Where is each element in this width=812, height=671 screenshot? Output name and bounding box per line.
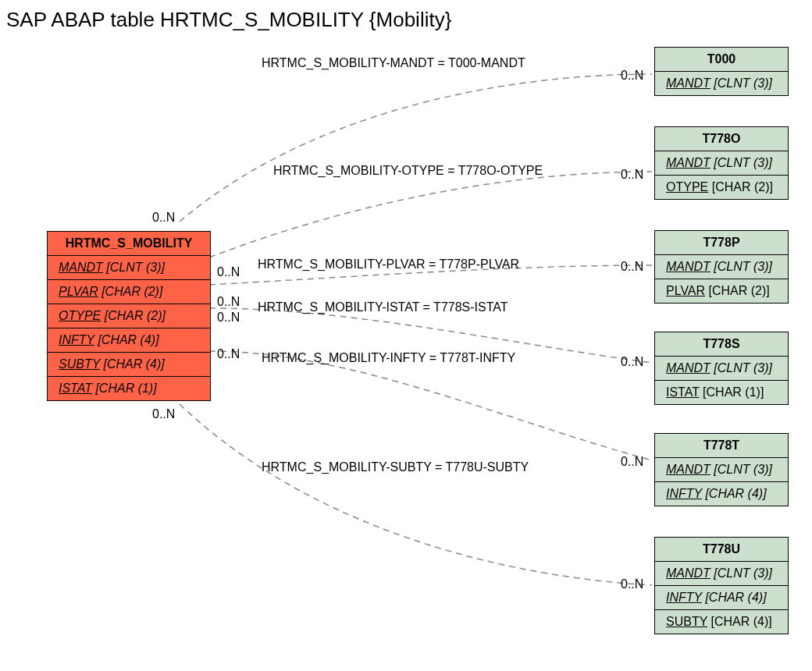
edge-otype: [209, 172, 652, 257]
entity-t000-header: T000: [655, 48, 788, 72]
card-t778o: 0..N: [621, 168, 643, 182]
card-t000: 0..N: [621, 69, 643, 83]
field-istat: ISTAT [CHAR (1)]: [48, 377, 210, 400]
t778o-otype: OTYPE [CHAR (2)]: [655, 176, 788, 199]
entity-t778o-header: T778O: [655, 127, 788, 151]
t778t-mandt: MANDT [CLNT (3)]: [655, 458, 788, 482]
entity-t778p: T778P MANDT [CLNT (3)] PLVAR [CHAR (2)]: [654, 230, 789, 304]
entity-main-header: HRTMC_S_MOBILITY: [48, 232, 210, 256]
card-t778t: 0..N: [621, 455, 643, 469]
t778u-subty: SUBTY [CHAR (4)]: [655, 610, 788, 634]
t778t-infty: INFTY [CHAR (4)]: [655, 482, 788, 506]
entity-t778t-header: T778T: [655, 434, 788, 458]
edge-mandt: [180, 74, 652, 222]
field-infty: INFTY [CHAR (4)]: [48, 328, 210, 353]
card-t778u: 0..N: [621, 577, 643, 591]
card-main-2: 0..N: [217, 265, 240, 279]
edge-label-plvar: HRTMC_S_MOBILITY-PLVAR = T778P-PLVAR: [258, 257, 519, 272]
card-main-3: 0..N: [217, 295, 240, 309]
card-main-1: 0..N: [152, 211, 175, 225]
t778p-plvar: PLVAR [CHAR (2)]: [655, 279, 788, 303]
edge-label-mandt: HRTMC_S_MOBILITY-MANDT = T000-MANDT: [262, 56, 525, 70]
field-mandt: MANDT [CLNT (3)]: [48, 256, 210, 280]
edge-label-otype: HRTMC_S_MOBILITY-OTYPE = T778O-OTYPE: [273, 164, 543, 178]
entity-t778t: T778T MANDT [CLNT (3)] INFTY [CHAR (4)]: [654, 433, 789, 506]
edge-label-istat: HRTMC_S_MOBILITY-ISTAT = T778S-ISTAT: [258, 300, 508, 314]
entity-t000: T000 MANDT [CLNT (3)]: [654, 47, 789, 96]
edge-label-infty: HRTMC_S_MOBILITY-INFTY = T778T-INFTY: [262, 351, 515, 365]
field-otype: OTYPE [CHAR (2)]: [48, 304, 210, 328]
card-main-5: 0..N: [217, 347, 240, 361]
card-main-4: 0..N: [217, 311, 240, 325]
field-subty: SUBTY [CHAR (4)]: [48, 353, 210, 377]
t778u-infty: INFTY [CHAR (4)]: [655, 586, 788, 610]
t778o-mandt: MANDT [CLNT (3)]: [655, 151, 788, 176]
entity-hrtmc-s-mobility: HRTMC_S_MOBILITY MANDT [CLNT (3)] PLVAR …: [47, 231, 211, 401]
card-t778p: 0..N: [621, 260, 643, 274]
t778s-mandt: MANDT [CLNT (3)]: [655, 357, 788, 381]
t778u-mandt: MANDT [CLNT (3)]: [655, 562, 788, 586]
entity-t778s-header: T778S: [655, 332, 788, 357]
entity-t778u-header: T778U: [655, 538, 788, 562]
t778s-istat: ISTAT [CHAR (1)]: [655, 381, 788, 404]
field-plvar: PLVAR [CHAR (2)]: [48, 280, 210, 304]
entity-t778p-header: T778P: [655, 231, 788, 255]
card-main-6: 0..N: [152, 407, 175, 421]
t778p-mandt: MANDT [CLNT (3)]: [655, 255, 788, 279]
diagram-canvas: SAP ABAP table HRTMC_S_MOBILITY {Mobilit…: [0, 0, 812, 671]
t000-mandt: MANDT [CLNT (3)]: [655, 72, 788, 95]
edge-subty: [180, 404, 652, 585]
edge-label-subty: HRTMC_S_MOBILITY-SUBTY = T778U-SUBTY: [262, 460, 529, 474]
entity-t778u: T778U MANDT [CLNT (3)] INFTY [CHAR (4)] …: [654, 537, 789, 634]
edge-infty: [209, 351, 652, 460]
card-t778s: 0..N: [621, 355, 643, 369]
entity-t778o: T778O MANDT [CLNT (3)] OTYPE [CHAR (2)]: [654, 126, 789, 200]
entity-t778s: T778S MANDT [CLNT (3)] ISTAT [CHAR (1)]: [654, 332, 789, 405]
